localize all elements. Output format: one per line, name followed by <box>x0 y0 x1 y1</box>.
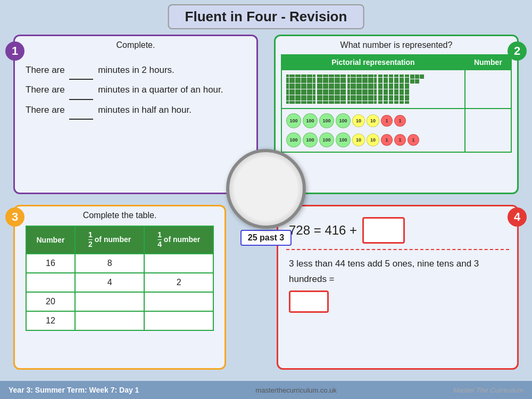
section-2-heading: What number is represented? <box>276 36 517 52</box>
frac-table-row: 168 <box>26 254 214 273</box>
footer-left: Year 3: Summer Term: Week 7: Day 1 <box>9 386 139 394</box>
coin-100-4: 100 <box>336 113 351 128</box>
section-4-box: 728 = 416 + 3 less than 44 tens add 5 on… <box>277 205 519 370</box>
frac-col2-header: 1 2 of number <box>75 226 144 254</box>
rep-pictorial-1: document.currentScript.insertAdjacentHTM… <box>281 70 465 109</box>
rep-number-2[interactable] <box>465 109 511 152</box>
half-fraction: 1 2 <box>88 231 93 249</box>
units-group <box>410 74 426 84</box>
s1-line1: There are minutes in 2 hours. <box>26 60 246 80</box>
frac-table-row: 12 <box>26 311 214 330</box>
frac-cell-2-2[interactable] <box>144 292 213 311</box>
rep-col2-header: Number <box>465 55 511 70</box>
rep-row2: 100 100 100 100 10 10 1 1 100 100 100 10… <box>281 109 511 152</box>
frac-col1-header: Number <box>26 226 75 254</box>
coin-1-1: 1 <box>381 115 393 127</box>
representation-table: Pictorial representation Number document… <box>281 54 512 153</box>
frac-cell-1-2[interactable]: 2 <box>144 273 213 292</box>
frac-cell-1-0 <box>26 273 75 292</box>
fraction-table: Number 1 2 of number 1 4 of number <box>26 226 214 331</box>
quarter-fraction: 1 4 <box>157 231 162 249</box>
section-2-badge: 2 <box>508 41 527 61</box>
section-3-box: Complete the table. Number 1 2 of number… <box>13 205 226 370</box>
word-problem-text: 3 less than 44 tens add 5 ones, nine ten… <box>289 256 506 287</box>
coin-1-3: 1 <box>381 134 393 146</box>
section-1-box: Complete. There are minutes in 2 hours. … <box>13 35 258 194</box>
clock-face: (function(){ var svg = ''; for(var i=0;i… <box>226 149 306 229</box>
coin-10-3: 10 <box>352 134 365 146</box>
grid-100-1: document.currentScript.insertAdjacentHTM… <box>286 74 315 104</box>
blank-3[interactable] <box>69 119 93 120</box>
section-1-heading: Complete. <box>15 36 256 52</box>
frac-cell-1-1[interactable]: 4 <box>75 273 144 292</box>
rep-col1-header: Pictorial representation <box>281 55 465 70</box>
equation-area: 728 = 416 + <box>278 206 517 249</box>
section-1-content: There are minutes in 2 hours. There are … <box>15 52 256 128</box>
coin-10-4: 10 <box>367 134 379 146</box>
frac-cell-0-1[interactable]: 8 <box>75 254 144 273</box>
clock-svg: (function(){ var svg = ''; for(var i=0;i… <box>229 152 303 226</box>
word-problem-area: 3 less than 44 tens add 5 ones, nine ten… <box>278 250 517 320</box>
frac-cell-2-0: 20 <box>26 292 75 311</box>
page-title: Fluent in Four - Revision <box>168 4 364 29</box>
coin-100-7: 100 <box>319 132 334 147</box>
frac-cell-3-2[interactable] <box>144 311 213 330</box>
tens-group: document.currentScript.insertAdjacentHTM… <box>378 74 426 104</box>
footer-right: Master The Curriculum <box>453 386 523 394</box>
footer-mid: masterthecurriculum.co.uk <box>255 386 336 394</box>
frac-table-row: 42 <box>26 273 214 292</box>
coin-100-6: 100 <box>303 132 318 147</box>
frac-cell-0-0: 16 <box>26 254 75 273</box>
coin-100-3: 100 <box>319 113 334 128</box>
rep-row1: document.currentScript.insertAdjacentHTM… <box>281 70 511 109</box>
frac-table-row: 20 <box>26 292 214 311</box>
frac-col3-header: 1 4 of number <box>144 226 213 254</box>
frac-cell-3-1[interactable] <box>75 311 144 330</box>
section-2-box: What number is represented? Pictorial re… <box>274 35 519 194</box>
s1-line2: There are minutes in a quarter of an hou… <box>26 80 246 99</box>
grid-100-3: document.currentScript.insertAdjacentHTM… <box>347 74 377 104</box>
frac-cell-2-1[interactable] <box>75 292 144 311</box>
section-1-badge: 1 <box>5 41 24 61</box>
coin-100-5: 100 <box>286 132 301 147</box>
frac-cell-3-0: 12 <box>26 311 75 330</box>
coin-10-1: 10 <box>352 114 365 127</box>
answer-box-1[interactable] <box>362 217 405 244</box>
footer: Year 3: Summer Term: Week 7: Day 1 maste… <box>0 381 532 399</box>
s1-line3: There are minutes in half an hour. <box>26 100 246 120</box>
answer-box-2[interactable] <box>289 290 329 313</box>
rep-number-1[interactable] <box>465 70 511 109</box>
section-3-badge: 3 <box>5 207 24 227</box>
coin-1-4: 1 <box>394 134 406 146</box>
section-3-heading: Complete the table. <box>15 206 225 222</box>
coin-10-2: 10 <box>367 114 379 127</box>
clock-wrapper: (function(){ var svg = ''; for(var i=0;i… <box>226 149 306 246</box>
rep-pictorial-2: 100 100 100 100 10 10 1 1 100 100 100 10… <box>281 109 465 152</box>
coin-100-8: 100 <box>336 132 351 147</box>
coin-1-5: 1 <box>408 134 419 146</box>
coin-100-1: 100 <box>286 113 301 128</box>
section-4-badge: 4 <box>508 207 527 227</box>
frac-cell-0-2[interactable] <box>144 254 213 273</box>
clock-label: 25 past 3 <box>240 230 292 246</box>
coin-1-2: 1 <box>394 115 406 127</box>
coin-100-2: 100 <box>303 113 318 128</box>
grid-100-2: document.currentScript.insertAdjacentHTM… <box>317 74 346 104</box>
